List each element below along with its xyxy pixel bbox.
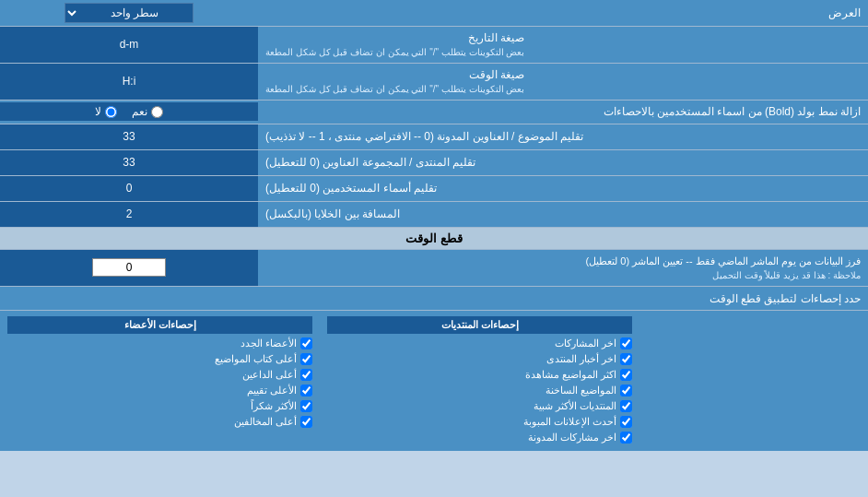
time-format-input-container: H:i [0, 64, 258, 100]
stats-members-checkbox-4[interactable] [300, 400, 312, 412]
forum-titles-input[interactable]: 33 [6, 154, 252, 171]
display-select[interactable]: سطر واحد سطرين ثلاثة أسطر [65, 3, 194, 23]
cutoff-row: فرز البيانات من يوم الماشر الماضي فقط --… [0, 250, 868, 288]
stats-posts-item-6: اخر مشاركات المدونة [327, 430, 632, 445]
time-format-row: صيغة الوقت بعض التكوينات يتطلب "/" التي … [0, 64, 868, 101]
topics-titles-row: تقليم الموضوع / العناوين المدونة (0 -- ا… [0, 124, 868, 150]
stats-members-checkbox-3[interactable] [300, 385, 312, 396]
bold-remove-yes-label[interactable]: نعم [132, 105, 163, 118]
time-format-label: صيغة الوقت بعض التكوينات يتطلب "/" التي … [258, 64, 868, 100]
main-container: العرض سطر واحد سطرين ثلاثة أسطر صيغة الت… [0, 0, 868, 451]
cutoff-header: قطع الوقت [0, 228, 868, 250]
forum-titles-row: تقليم المنتدى / المجموعة العناوين (0 للت… [0, 150, 868, 176]
stats-members-header: إحصاءات الأعضاء [7, 316, 312, 334]
limit-row: حدد إحصاءات لتطبيق قطع الوقت [0, 287, 868, 311]
bottom-grid: إحصاءات المنتديات اخر المشاركات اخر أخبا… [0, 314, 868, 447]
stats-posts-checkbox-6[interactable] [620, 432, 632, 444]
stats-members-item-1: أعلى كتاب المواضيع [7, 351, 312, 367]
stats-members-item-2: أعلى الداعين [7, 367, 312, 383]
stats-posts-checkbox-4[interactable] [620, 400, 632, 412]
stats-posts-checkbox-3[interactable] [620, 385, 632, 396]
bold-remove-row: ازالة نمط بولد (Bold) من اسماء المستخدمي… [0, 101, 868, 124]
topics-titles-input-container: 33 [0, 124, 258, 149]
empty-col [639, 314, 868, 447]
bold-remove-yes-radio[interactable] [151, 106, 163, 118]
stats-posts-checkbox-0[interactable] [620, 337, 632, 349]
usernames-input[interactable]: 0 [6, 180, 252, 196]
bold-remove-inputs: نعم لا [0, 102, 258, 121]
cell-spacing-input-container: 2 [0, 202, 258, 227]
stats-posts-item-2: اكثر المواضيع مشاهدة [327, 367, 632, 383]
display-select-container: سطر واحد سطرين ثلاثة أسطر [0, 0, 258, 26]
usernames-row: تقليم أسماء المستخدمين (0 للتعطيل) 0 [0, 176, 868, 202]
cutoff-label: فرز البيانات من يوم الماشر الماضي فقط --… [258, 250, 868, 287]
stats-members-item-5: أعلى المخالفين [7, 414, 312, 430]
date-format-row: صيغة التاريخ بعض التكوينات يتطلب "/" الت… [0, 27, 868, 64]
date-format-input[interactable]: d-m [6, 36, 252, 53]
stats-posts-item-3: المواضيع الساخنة [327, 383, 632, 398]
display-row: العرض سطر واحد سطرين ثلاثة أسطر [0, 0, 868, 27]
stats-members-checkbox-1[interactable] [300, 353, 312, 365]
stats-posts-item-1: اخر أخبار المنتدى [327, 351, 632, 367]
stats-members-item-0: الأعضاء الجدد [7, 336, 312, 351]
stats-members-checkbox-0[interactable] [300, 337, 312, 349]
topics-titles-label: تقليم الموضوع / العناوين المدونة (0 -- ا… [258, 124, 868, 149]
stats-members-item-3: الأعلى تقييم [7, 383, 312, 398]
bottom-section: إحصاءات المنتديات اخر المشاركات اخر أخبا… [0, 311, 868, 451]
stats-posts-col: إحصاءات المنتديات اخر المشاركات اخر أخبا… [320, 314, 639, 447]
stats-members-col: إحصاءات الأعضاء الأعضاء الجدد أعلى كتاب … [0, 314, 320, 447]
cutoff-input-container: 0 [0, 250, 258, 287]
date-format-input-container: d-m [0, 27, 258, 63]
stats-posts-item-5: أحدث الإعلانات المبوبة [327, 414, 632, 430]
usernames-input-container: 0 [0, 176, 258, 201]
stats-posts-checkbox-2[interactable] [620, 369, 632, 381]
date-format-label: صيغة التاريخ بعض التكوينات يتطلب "/" الت… [258, 27, 868, 63]
stats-posts-item-4: المنتديات الأكثر شبية [327, 398, 632, 414]
cell-spacing-input[interactable]: 2 [6, 206, 252, 222]
stats-members-item-4: الأكثر شكراً [7, 398, 312, 414]
bold-remove-no-label[interactable]: لا [95, 105, 117, 118]
forum-titles-label: تقليم المنتدى / المجموعة العناوين (0 للت… [258, 150, 868, 175]
cell-spacing-row: المسافة بين الخلايا (بالبكسل) 2 [0, 202, 868, 228]
forum-titles-input-container: 33 [0, 150, 258, 175]
stats-members-checkbox-2[interactable] [300, 369, 312, 381]
stats-posts-header: إحصاءات المنتديات [327, 316, 632, 334]
bold-remove-no-radio[interactable] [105, 106, 117, 118]
cell-spacing-label: المسافة بين الخلايا (بالبكسل) [258, 202, 868, 227]
stats-posts-checkbox-1[interactable] [620, 353, 632, 365]
time-format-input[interactable]: H:i [6, 73, 252, 89]
stats-members-checkbox-5[interactable] [300, 416, 312, 428]
stats-posts-item-0: اخر المشاركات [327, 336, 632, 351]
usernames-label: تقليم أسماء المستخدمين (0 للتعطيل) [258, 176, 868, 201]
stats-posts-checkbox-5[interactable] [620, 416, 632, 428]
limit-label: حدد إحصاءات لتطبيق قطع الوقت [0, 289, 868, 309]
topics-titles-input[interactable]: 33 [6, 128, 252, 145]
cutoff-input[interactable]: 0 [92, 258, 166, 277]
bold-remove-label: ازالة نمط بولد (Bold) من اسماء المستخدمي… [258, 101, 868, 122]
display-label: العرض [258, 3, 868, 23]
